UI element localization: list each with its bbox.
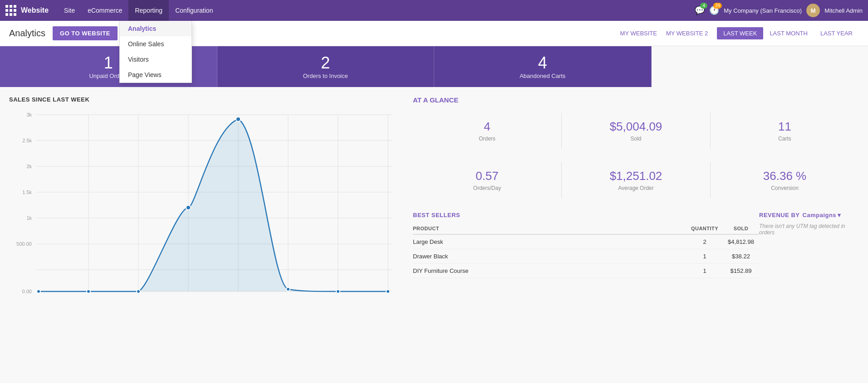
orders-to-invoice-label: Orders to Invoice: [303, 73, 348, 79]
glance-carts-value: 11: [715, 120, 854, 134]
top-nav: Site eCommerce Reporting Configuration: [58, 0, 695, 21]
nav-reporting[interactable]: Reporting: [128, 0, 169, 21]
activities-icon[interactable]: 🕐 39: [709, 5, 719, 15]
row3-quantity: 1: [687, 267, 723, 274]
table-header: PRODUCT QUANTITY SOLD: [413, 223, 759, 235]
revenue-label: REVENUE BY: [759, 212, 800, 218]
header-right: MY WEBSITE MY WEBSITE 2 LAST WEEK LAST M…: [620, 27, 859, 39]
orders-to-invoice-number: 2: [321, 54, 330, 72]
glance-orders-day-label: Orders/Day: [417, 185, 557, 191]
col-sold: SOLD: [723, 226, 759, 231]
revenue-note: There isn't any UTM tag detected in orde…: [759, 223, 859, 236]
glance-avg-order: $1,251.02 Average Order: [562, 162, 710, 198]
table-row[interactable]: DIY Furniture Course 1 $152.89: [413, 264, 759, 278]
period-last-week[interactable]: LAST WEEK: [717, 27, 763, 39]
glance-conversion-value: 36.36 %: [715, 169, 854, 183]
chart-svg: 3k 2.5k 2k 1.5k 1k 500.00 0.00: [9, 110, 399, 301]
glance-sold-label: Sold: [566, 136, 706, 142]
website-tabs: MY WEBSITE MY WEBSITE 2: [620, 30, 708, 37]
glance-conversion: 36.36 % Conversion: [711, 162, 859, 198]
nav-ecommerce[interactable]: eCommerce: [81, 0, 128, 21]
glance-sold-value: $5,004.09: [566, 120, 706, 134]
best-sellers-section: BEST SELLERS PRODUCT QUANTITY SOLD Large…: [413, 212, 759, 278]
page-title: Analytics: [9, 28, 45, 39]
chevron-down-icon: ▾: [838, 212, 841, 218]
svg-point-25: [186, 205, 191, 210]
bottom-section: BEST SELLERS PRODUCT QUANTITY SOLD Large…: [413, 212, 859, 278]
dropdown-page-views[interactable]: Page Views: [120, 67, 191, 82]
svg-point-27: [286, 287, 290, 291]
row3-sold: $152.89: [723, 267, 759, 274]
glance-orders-day: 0.57 Orders/Day: [413, 162, 561, 198]
glance-conversion-label: Conversion: [715, 185, 854, 191]
svg-point-28: [336, 290, 340, 293]
messages-icon[interactable]: 💬 4: [695, 5, 705, 15]
right-panel: AT A GLANCE 4 Orders $5,004.09 Sold 11 C…: [399, 96, 859, 301]
glance-orders-day-value: 0.57: [417, 169, 557, 183]
chart-title: SALES SINCE LAST WEEK: [9, 96, 399, 103]
svg-point-23: [87, 290, 90, 293]
row1-product: Large Desk: [413, 238, 687, 245]
svg-text:2.5k: 2.5k: [22, 138, 32, 143]
svg-text:0.00: 0.00: [22, 289, 32, 294]
revenue-dropdown[interactable]: Campaigns ▾: [803, 212, 841, 218]
glance-orders: 4 Orders: [413, 113, 561, 149]
period-tabs: LAST WEEK LAST MONTH LAST YEAR: [717, 27, 859, 39]
left-panel: SALES SINCE LAST WEEK 3k 2.5k 2k 1.5k 1k…: [9, 96, 399, 301]
row1-sold: $4,812.98: [723, 238, 759, 245]
svg-point-24: [137, 290, 140, 293]
glance-carts-label: Carts: [715, 136, 854, 142]
svg-text:3k: 3k: [26, 112, 32, 117]
main-content: SALES SINCE LAST WEEK 3k 2.5k 2k 1.5k 1k…: [0, 87, 868, 310]
glance-sold: $5,004.09 Sold: [562, 113, 710, 149]
glance-grid-2: 0.57 Orders/Day $1,251.02 Average Order …: [413, 162, 859, 198]
website-tab-my-website-2[interactable]: MY WEBSITE 2: [666, 30, 708, 37]
unpaid-orders-number: 1: [104, 54, 113, 72]
website-tab-my-website[interactable]: MY WEBSITE: [620, 30, 657, 37]
messages-badge: 4: [700, 3, 707, 9]
dropdown-online-sales[interactable]: Online Sales: [120, 36, 191, 52]
stat-orders-to-invoice[interactable]: 2 Orders to Invoice: [217, 46, 435, 87]
svg-text:500.00: 500.00: [16, 241, 32, 247]
svg-point-26: [236, 117, 240, 121]
revenue-section: REVENUE BY Campaigns ▾ There isn't any U…: [759, 212, 859, 278]
glance-avg-order-value: $1,251.02: [566, 169, 706, 183]
topbar-right: 💬 4 🕐 39 My Company (San Francisco) M Mi…: [695, 4, 863, 17]
glance-orders-value: 4: [417, 120, 557, 134]
activities-badge: 39: [713, 3, 722, 9]
apps-icon[interactable]: [5, 5, 16, 16]
best-sellers-header: BEST SELLERS: [413, 212, 759, 218]
svg-text:2k: 2k: [26, 164, 32, 169]
go-to-website-button[interactable]: GO TO WEBSITE: [53, 26, 118, 40]
stat-empty: [652, 46, 868, 87]
svg-point-22: [37, 290, 40, 293]
topbar: Website Site eCommerce Reporting Configu…: [0, 0, 868, 21]
glance-avg-order-label: Average Order: [566, 185, 706, 191]
at-a-glance-title: AT A GLANCE: [413, 96, 859, 104]
glance-orders-label: Orders: [417, 136, 557, 142]
abandoned-carts-label: Abandoned Carts: [520, 73, 565, 79]
nav-configuration[interactable]: Configuration: [169, 0, 219, 21]
chart-container: 3k 2.5k 2k 1.5k 1k 500.00 0.00: [9, 110, 399, 301]
col-product: PRODUCT: [413, 226, 687, 231]
dropdown-visitors[interactable]: Visitors: [120, 52, 191, 67]
svg-point-29: [386, 290, 390, 293]
glance-carts: 11 Carts: [711, 113, 859, 149]
row2-quantity: 1: [687, 253, 723, 260]
nav-site[interactable]: Site: [58, 0, 81, 21]
period-last-year[interactable]: LAST YEAR: [814, 27, 859, 39]
row2-product: Drawer Black: [413, 253, 687, 260]
brand-name[interactable]: Website: [21, 6, 49, 15]
table-row[interactable]: Large Desk 2 $4,812.98: [413, 235, 759, 249]
revenue-header: REVENUE BY Campaigns ▾: [759, 212, 859, 218]
abandoned-carts-number: 4: [538, 54, 547, 72]
table-row[interactable]: Drawer Black 1 $38.22: [413, 249, 759, 264]
dropdown-analytics[interactable]: Analytics: [120, 21, 191, 36]
company-name: My Company (San Francisco): [724, 7, 802, 14]
username[interactable]: Mitchell Admin: [824, 7, 863, 14]
period-last-month[interactable]: LAST MONTH: [763, 27, 814, 39]
row3-product: DIY Furniture Course: [413, 267, 687, 274]
stat-abandoned-carts[interactable]: 4 Abandoned Carts: [434, 46, 652, 87]
avatar[interactable]: M: [806, 4, 820, 17]
svg-text:1.5k: 1.5k: [22, 189, 32, 195]
